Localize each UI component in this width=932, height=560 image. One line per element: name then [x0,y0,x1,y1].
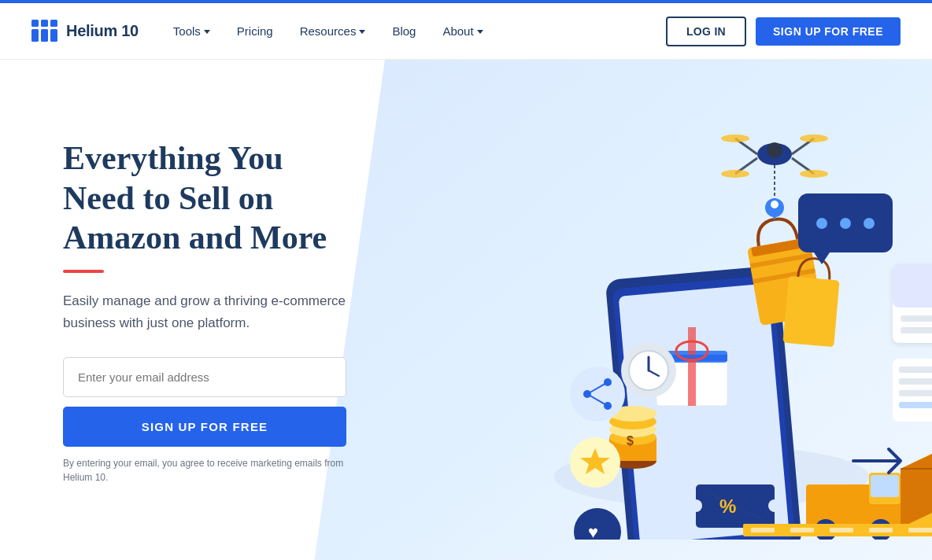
svg-rect-54 [899,378,932,385]
svg-text:$: $ [627,434,634,448]
nav-item-blog[interactable]: Blog [381,18,427,44]
svg-rect-4 [41,29,48,42]
svg-rect-55 [899,390,932,396]
hero-title: Everything You Need to Sell on Amazon an… [63,138,346,257]
svg-rect-15 [782,276,839,347]
svg-rect-92 [751,528,775,532]
svg-point-34 [767,142,782,158]
nav-item-pricing[interactable]: Pricing [226,18,284,44]
signup-nav-button[interactable]: SIGN UP FOR FREE [756,17,901,46]
svg-rect-0 [31,20,39,27]
chevron-down-icon [477,30,483,34]
svg-rect-96 [908,528,932,532]
svg-rect-3 [31,29,39,42]
login-button[interactable]: LOG IN [666,17,746,46]
svg-rect-94 [830,528,853,532]
svg-point-45 [771,201,779,208]
svg-rect-95 [869,528,893,532]
hero-section: Everything You Need to Sell on Amazon an… [0,60,932,560]
svg-rect-1 [41,20,48,27]
disclaimer-text: By entering your email, you agree to rec… [63,456,346,484]
svg-text:%: % [719,496,736,517]
svg-point-29 [816,218,827,229]
hero-subtitle: Easily manage and grow a thriving e-comm… [63,290,346,333]
logo-icon [31,20,58,43]
chevron-down-icon [204,30,210,34]
svg-point-86 [690,499,702,512]
svg-point-42 [800,170,828,178]
email-input[interactable] [63,357,346,397]
navbar: Helium 10 Tools Pricing Resources Blog A… [0,3,932,60]
svg-point-39 [721,134,749,142]
nav-item-tools[interactable]: Tools [162,18,221,44]
svg-rect-53 [899,367,932,373]
svg-text:♥: ♥ [588,522,598,540]
svg-rect-5 [50,29,57,42]
svg-rect-18 [688,327,696,406]
svg-rect-59 [871,475,899,497]
svg-rect-2 [50,20,57,27]
hero-divider [63,270,104,273]
svg-text:👗: 👗 [928,274,932,304]
nav-item-resources[interactable]: Resources [289,18,377,44]
chevron-down-icon [359,30,365,34]
svg-point-69 [570,367,625,422]
nav-item-about[interactable]: About [431,18,494,44]
signup-hero-button[interactable]: SIGN UP FOR FREE [63,407,346,447]
svg-point-87 [768,499,781,512]
svg-point-41 [721,170,749,178]
logo-text: Helium 10 [66,22,139,40]
svg-rect-48 [893,264,932,308]
svg-point-40 [800,134,828,142]
logo[interactable]: Helium 10 [31,20,139,43]
svg-rect-56 [899,402,932,408]
svg-point-31 [864,218,875,229]
svg-rect-93 [790,528,814,532]
svg-rect-51 [901,327,932,333]
svg-point-30 [840,218,851,229]
hero-illustration: $ [397,83,932,540]
nav-actions: LOG IN SIGN UP FOR FREE [666,17,901,46]
nav-links: Tools Pricing Resources Blog About [162,18,666,44]
hero-content: Everything You Need to Sell on Amazon an… [0,91,409,532]
svg-rect-50 [901,315,932,322]
